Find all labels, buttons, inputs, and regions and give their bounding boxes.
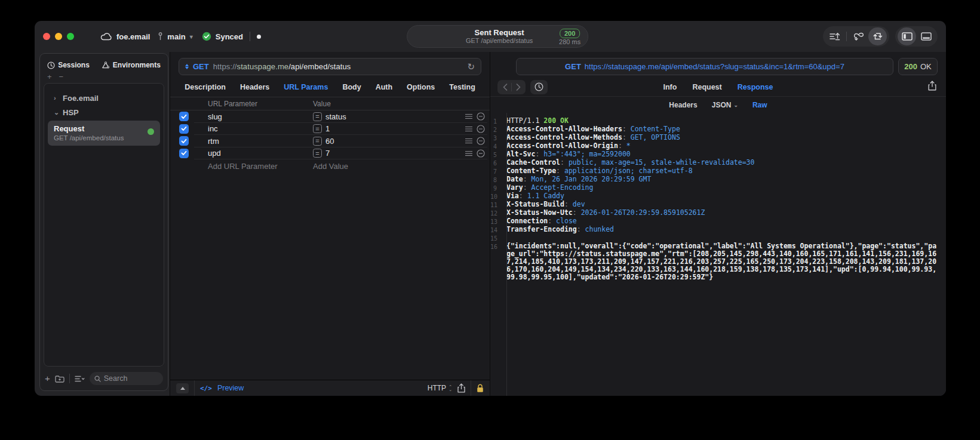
param-checkbox[interactable] bbox=[179, 112, 189, 121]
response-body[interactable]: 1HTTP/1.1 200 OK2Access-Control-Allow-He… bbox=[490, 113, 946, 396]
sidebar-panel-icon[interactable] bbox=[898, 27, 916, 45]
remove-circle-icon[interactable] bbox=[477, 112, 485, 121]
equals-icon: = bbox=[313, 137, 322, 146]
request-method[interactable]: GET bbox=[193, 62, 209, 71]
subtab-json[interactable]: JSON ⌄ bbox=[712, 101, 738, 109]
remove-circle-icon[interactable] bbox=[477, 137, 485, 145]
line-number: 14 bbox=[490, 226, 502, 234]
response-line: 10Via: 1.1 Caddy bbox=[490, 192, 939, 201]
close-window-button[interactable] bbox=[43, 33, 50, 40]
reorder-lines-icon[interactable] bbox=[465, 113, 472, 119]
add-value-placeholder[interactable]: Add Value bbox=[313, 162, 348, 171]
record-dot-icon[interactable] bbox=[257, 35, 261, 39]
line-number: 1 bbox=[490, 117, 502, 125]
project-name[interactable]: foe.email bbox=[116, 32, 150, 41]
request-pane: GET https://statuspage.me/api/embed/stat… bbox=[170, 52, 490, 396]
tab-headers[interactable]: Headers bbox=[240, 83, 269, 91]
response-status-code: 200 bbox=[904, 62, 917, 71]
response-status-box: 200 OK bbox=[898, 58, 938, 75]
column-header-parameter: URL Parameter bbox=[208, 100, 313, 108]
tab-info[interactable]: Info bbox=[663, 83, 677, 91]
list-options-icon[interactable] bbox=[75, 375, 85, 383]
tree-group-hsp[interactable]: ⌄ HSP bbox=[48, 105, 160, 119]
plus-icon[interactable]: + bbox=[45, 374, 50, 383]
titlebar-separator bbox=[250, 32, 250, 41]
branch-chevron-down-icon[interactable]: ▾ bbox=[190, 33, 193, 40]
preview-button[interactable]: Preview bbox=[217, 384, 244, 392]
subtab-headers[interactable]: Headers bbox=[669, 101, 697, 109]
param-checkbox[interactable] bbox=[179, 149, 189, 158]
param-value[interactable]: 60 bbox=[325, 137, 465, 146]
param-name[interactable]: rtm bbox=[208, 137, 313, 146]
sidebar-tab-environments[interactable]: Environments bbox=[102, 61, 161, 69]
tab-request[interactable]: Request bbox=[692, 83, 721, 91]
param-checkbox[interactable] bbox=[179, 136, 189, 146]
share-icon[interactable] bbox=[928, 81, 936, 91]
protocol-selector[interactable]: HTTP ⌃⌄ bbox=[428, 384, 452, 392]
line-number: 13 bbox=[490, 217, 502, 226]
line-number: 6 bbox=[490, 159, 502, 167]
sidebar-tab-sessions[interactable]: Sessions bbox=[47, 61, 90, 69]
method-dropdown-icon[interactable] bbox=[185, 64, 189, 69]
line-number: 9 bbox=[490, 184, 502, 192]
tab-testing[interactable]: Testing bbox=[449, 83, 475, 91]
add-param-placeholder[interactable]: Add URL Parameter bbox=[208, 162, 313, 171]
add-param-row[interactable]: Add URL Parameter Add Value bbox=[170, 159, 490, 173]
collapse-up-icon[interactable] bbox=[176, 383, 189, 393]
remove-circle-icon[interactable] bbox=[477, 125, 485, 133]
line-number: 8 bbox=[490, 176, 502, 184]
branch-icon bbox=[158, 32, 163, 41]
reorder-lines-icon[interactable] bbox=[465, 126, 472, 132]
status-badge: 200 bbox=[560, 29, 580, 38]
tab-options[interactable]: Options bbox=[407, 83, 435, 91]
param-value[interactable]: status bbox=[325, 112, 465, 121]
request-list-item[interactable]: Request GET /api/embed/status bbox=[48, 121, 160, 146]
param-name[interactable]: inc bbox=[208, 124, 313, 133]
request-url[interactable]: https://statuspage.me/api/embed/status bbox=[213, 62, 351, 71]
subtab-raw[interactable]: Raw bbox=[752, 101, 767, 109]
param-value[interactable]: 7 bbox=[325, 149, 465, 158]
lock-icon[interactable] bbox=[477, 384, 484, 393]
sent-request-url[interactable]: GEThttps://statuspage.me/api/embed/statu… bbox=[516, 58, 893, 75]
tree-group-foe-email[interactable]: › Foe.email bbox=[48, 91, 160, 105]
param-value[interactable]: 1 bbox=[325, 124, 465, 133]
search-input[interactable] bbox=[104, 374, 158, 383]
param-checkbox[interactable] bbox=[179, 124, 189, 134]
import-lines-icon[interactable] bbox=[825, 27, 844, 45]
loop-sync-icon[interactable] bbox=[849, 27, 868, 45]
sync-status[interactable]: Synced bbox=[216, 32, 243, 41]
add-session-button[interactable]: + bbox=[47, 74, 52, 81]
response-line: 12X-Status-Now-Utc: 2026-01-26T20:29:59.… bbox=[490, 209, 939, 217]
sent-request-pill[interactable]: Sent Request GET /api/embed/status 200 2… bbox=[407, 25, 588, 48]
equals-icon: = bbox=[313, 124, 322, 133]
reorder-lines-icon[interactable] bbox=[465, 150, 472, 156]
tab-body[interactable]: Body bbox=[342, 83, 361, 91]
sidebar: SessionsEnvironments + − › Foe.email ⌄ H… bbox=[35, 52, 170, 396]
tab-auth[interactable]: Auth bbox=[376, 83, 392, 91]
tab-response[interactable]: Response bbox=[738, 83, 773, 91]
tab-url-params[interactable]: URL Params bbox=[284, 83, 328, 91]
remove-circle-icon[interactable] bbox=[477, 149, 485, 158]
refresh-icon[interactable]: ↻ bbox=[467, 61, 475, 72]
request-item-subtitle: GET /api/embed/status bbox=[54, 134, 154, 142]
bottom-panel-icon[interactable] bbox=[917, 27, 935, 45]
search-field[interactable] bbox=[90, 372, 163, 385]
cloud-icon bbox=[100, 32, 112, 41]
branch-name[interactable]: main bbox=[167, 32, 185, 41]
response-line: 7Content-Type: application/json; charset… bbox=[490, 167, 939, 176]
tab-description[interactable]: Description bbox=[185, 83, 226, 91]
minimize-window-button[interactable] bbox=[55, 33, 62, 40]
share-icon[interactable] bbox=[457, 383, 465, 393]
response-pane: GEThttps://statuspage.me/api/embed/statu… bbox=[490, 52, 946, 396]
sent-request-subtitle: GET /api/embed/status bbox=[449, 37, 549, 45]
send-return-icon[interactable] bbox=[868, 27, 887, 45]
synced-check-icon bbox=[202, 32, 211, 41]
zoom-window-button[interactable] bbox=[67, 33, 74, 40]
param-name[interactable]: upd bbox=[208, 149, 313, 158]
reorder-lines-icon[interactable] bbox=[465, 138, 472, 144]
folder-add-icon[interactable] bbox=[55, 375, 64, 383]
remove-session-button[interactable]: − bbox=[59, 74, 64, 81]
app-window: foe.email main ▾ Synced Sent Request GET… bbox=[35, 21, 946, 396]
param-name[interactable]: slug bbox=[208, 112, 313, 121]
request-url-field[interactable]: GET https://statuspage.me/api/embed/stat… bbox=[179, 58, 481, 75]
